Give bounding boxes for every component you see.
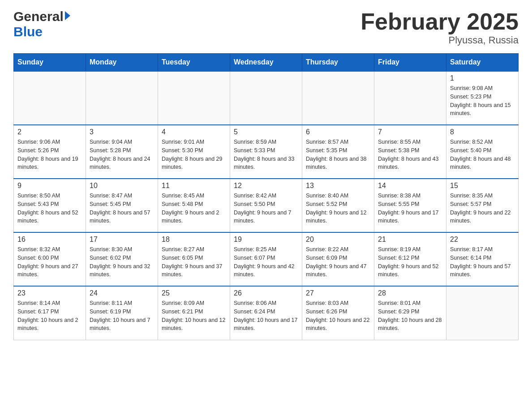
week-row-5: 23Sunrise: 8:14 AMSunset: 6:17 PMDayligh… (14, 286, 519, 340)
day-number: 18 (162, 235, 226, 244)
day-info: Sunrise: 8:22 AMSunset: 6:09 PMDaylight:… (306, 245, 370, 279)
day-number: 6 (306, 128, 370, 136)
day-number: 12 (234, 182, 298, 190)
calendar-cell: 18Sunrise: 8:27 AMSunset: 6:05 PMDayligh… (158, 232, 230, 286)
day-info: Sunrise: 8:25 AMSunset: 6:07 PMDaylight:… (234, 245, 298, 279)
calendar-body: 1Sunrise: 9:08 AMSunset: 5:23 PMDaylight… (14, 71, 519, 340)
header-row: SundayMondayTuesdayWednesdayThursdayFrid… (14, 54, 519, 72)
day-header-thursday: Thursday (302, 54, 374, 72)
day-header-saturday: Saturday (446, 54, 519, 72)
day-header-tuesday: Tuesday (158, 54, 230, 72)
calendar-cell: 25Sunrise: 8:09 AMSunset: 6:21 PMDayligh… (158, 286, 230, 340)
calendar-table: SundayMondayTuesdayWednesdayThursdayFrid… (13, 53, 519, 340)
day-number: 8 (450, 128, 515, 136)
calendar-cell (446, 286, 519, 340)
day-number: 1 (450, 74, 515, 82)
calendar-cell (14, 71, 86, 125)
day-info: Sunrise: 8:59 AMSunset: 5:33 PMDaylight:… (234, 138, 298, 171)
day-info: Sunrise: 8:19 AMSunset: 6:12 PMDaylight:… (378, 245, 442, 279)
day-number: 10 (90, 182, 154, 190)
calendar-cell (86, 71, 158, 125)
day-number: 25 (162, 289, 226, 297)
calendar-cell: 5Sunrise: 8:59 AMSunset: 5:33 PMDaylight… (230, 125, 302, 179)
calendar-cell: 3Sunrise: 9:04 AMSunset: 5:28 PMDaylight… (86, 125, 158, 179)
calendar-cell: 8Sunrise: 8:52 AMSunset: 5:40 PMDaylight… (446, 125, 519, 179)
day-info: Sunrise: 9:01 AMSunset: 5:30 PMDaylight:… (162, 138, 226, 171)
calendar-cell: 7Sunrise: 8:55 AMSunset: 5:38 PMDaylight… (374, 125, 446, 179)
day-info: Sunrise: 8:06 AMSunset: 6:24 PMDaylight:… (234, 299, 298, 333)
day-info: Sunrise: 8:57 AMSunset: 5:35 PMDaylight:… (306, 138, 370, 171)
day-number: 21 (378, 235, 442, 244)
calendar-cell: 15Sunrise: 8:35 AMSunset: 5:57 PMDayligh… (446, 179, 519, 232)
day-info: Sunrise: 9:08 AMSunset: 5:23 PMDaylight:… (450, 84, 515, 118)
day-number: 3 (90, 128, 154, 136)
day-info: Sunrise: 8:50 AMSunset: 5:43 PMDaylight:… (17, 192, 82, 225)
day-info: Sunrise: 8:40 AMSunset: 5:52 PMDaylight:… (306, 192, 370, 225)
calendar-cell: 17Sunrise: 8:30 AMSunset: 6:02 PMDayligh… (86, 232, 158, 286)
day-number: 17 (90, 235, 154, 244)
day-info: Sunrise: 8:55 AMSunset: 5:38 PMDaylight:… (378, 138, 442, 171)
calendar-cell (158, 71, 230, 125)
calendar-header: SundayMondayTuesdayWednesdayThursdayFrid… (14, 54, 519, 72)
day-info: Sunrise: 8:35 AMSunset: 5:57 PMDaylight:… (450, 192, 515, 225)
calendar-cell: 20Sunrise: 8:22 AMSunset: 6:09 PMDayligh… (302, 232, 374, 286)
day-number: 16 (17, 235, 82, 244)
calendar-cell: 4Sunrise: 9:01 AMSunset: 5:30 PMDaylight… (158, 125, 230, 179)
calendar-cell: 21Sunrise: 8:19 AMSunset: 6:12 PMDayligh… (374, 232, 446, 286)
day-info: Sunrise: 8:09 AMSunset: 6:21 PMDaylight:… (162, 299, 226, 333)
calendar-cell: 26Sunrise: 8:06 AMSunset: 6:24 PMDayligh… (230, 286, 302, 340)
day-info: Sunrise: 8:14 AMSunset: 6:17 PMDaylight:… (17, 299, 82, 333)
calendar-cell: 24Sunrise: 8:11 AMSunset: 6:19 PMDayligh… (86, 286, 158, 340)
day-info: Sunrise: 8:27 AMSunset: 6:05 PMDaylight:… (162, 245, 226, 279)
day-info: Sunrise: 8:01 AMSunset: 6:29 PMDaylight:… (378, 299, 442, 333)
day-number: 20 (306, 235, 370, 244)
calendar-cell: 10Sunrise: 8:47 AMSunset: 5:45 PMDayligh… (86, 179, 158, 232)
calendar-cell (230, 71, 302, 125)
day-info: Sunrise: 8:17 AMSunset: 6:14 PMDaylight:… (450, 245, 515, 279)
calendar-cell: 22Sunrise: 8:17 AMSunset: 6:14 PMDayligh… (446, 232, 519, 286)
day-info: Sunrise: 8:47 AMSunset: 5:45 PMDaylight:… (90, 192, 154, 225)
day-number: 9 (17, 182, 82, 190)
day-number: 24 (90, 289, 154, 297)
calendar-cell: 19Sunrise: 8:25 AMSunset: 6:07 PMDayligh… (230, 232, 302, 286)
day-number: 13 (306, 182, 370, 190)
calendar-cell: 11Sunrise: 8:45 AMSunset: 5:48 PMDayligh… (158, 179, 230, 232)
calendar-cell: 2Sunrise: 9:06 AMSunset: 5:26 PMDaylight… (14, 125, 86, 179)
day-number: 11 (162, 182, 226, 190)
day-info: Sunrise: 8:11 AMSunset: 6:19 PMDaylight:… (90, 299, 154, 333)
calendar-cell (302, 71, 374, 125)
week-row-1: 1Sunrise: 9:08 AMSunset: 5:23 PMDaylight… (14, 71, 519, 125)
day-number: 5 (234, 128, 298, 136)
day-number: 26 (234, 289, 298, 297)
calendar-cell (374, 71, 446, 125)
day-number: 22 (450, 235, 515, 244)
calendar-title: February 2025 (360, 9, 519, 34)
day-number: 7 (378, 128, 442, 136)
day-number: 14 (378, 182, 442, 190)
day-number: 28 (378, 289, 442, 297)
day-info: Sunrise: 8:38 AMSunset: 5:55 PMDaylight:… (378, 192, 442, 225)
day-info: Sunrise: 9:06 AMSunset: 5:26 PMDaylight:… (17, 138, 82, 171)
logo-blue-text: Blue (13, 24, 43, 39)
calendar-cell: 27Sunrise: 8:03 AMSunset: 6:26 PMDayligh… (302, 286, 374, 340)
calendar-cell: 14Sunrise: 8:38 AMSunset: 5:55 PMDayligh… (374, 179, 446, 232)
calendar-subtitle: Plyussa, Russia (360, 34, 519, 46)
day-info: Sunrise: 8:52 AMSunset: 5:40 PMDaylight:… (450, 138, 515, 171)
calendar-cell: 9Sunrise: 8:50 AMSunset: 5:43 PMDaylight… (14, 179, 86, 232)
calendar-cell: 23Sunrise: 8:14 AMSunset: 6:17 PMDayligh… (14, 286, 86, 340)
day-header-sunday: Sunday (14, 54, 86, 72)
day-number: 19 (234, 235, 298, 244)
week-row-2: 2Sunrise: 9:06 AMSunset: 5:26 PMDaylight… (14, 125, 519, 179)
calendar-cell: 12Sunrise: 8:42 AMSunset: 5:50 PMDayligh… (230, 179, 302, 232)
week-row-4: 16Sunrise: 8:32 AMSunset: 6:00 PMDayligh… (14, 232, 519, 286)
day-info: Sunrise: 8:42 AMSunset: 5:50 PMDaylight:… (234, 192, 298, 225)
title-block: February 2025 Plyussa, Russia (360, 9, 519, 46)
calendar-cell: 6Sunrise: 8:57 AMSunset: 5:35 PMDaylight… (302, 125, 374, 179)
logo: General Blue (13, 9, 70, 39)
day-number: 15 (450, 182, 515, 190)
day-number: 27 (306, 289, 370, 297)
logo-arrow-icon (65, 11, 70, 20)
logo-general-text: General (13, 9, 64, 24)
day-number: 4 (162, 128, 226, 136)
page-header: General Blue February 2025 Plyussa, Russ… (13, 9, 519, 46)
